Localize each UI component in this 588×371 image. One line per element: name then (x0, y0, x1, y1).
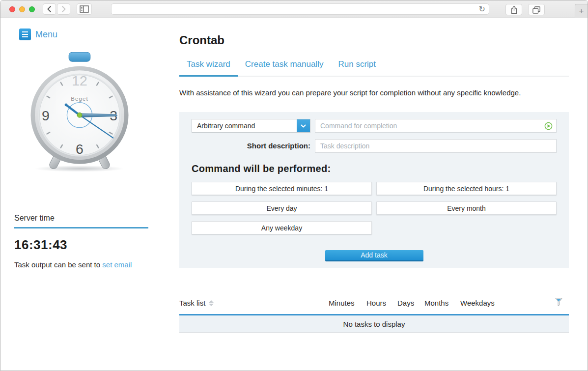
main-content: Crontab Task wizard Create task manually… (179, 18, 588, 371)
hours-schedule-button[interactable]: During the selected hours: 1 (376, 182, 557, 195)
clock-numeral-9: 9 (42, 108, 50, 123)
command-input[interactable] (315, 119, 557, 133)
set-email-link[interactable]: set email (102, 260, 132, 269)
add-task-button[interactable]: Add task (325, 250, 423, 261)
share-icon (510, 5, 518, 14)
column-months: Months (424, 299, 450, 307)
command-type-select[interactable]: Arbitrary command (192, 119, 310, 133)
column-weekdays: Weekdays (460, 299, 494, 307)
chevron-left-icon (46, 5, 53, 13)
command-type-value: Arbitrary command (192, 122, 297, 130)
filter-button[interactable] (555, 297, 563, 309)
address-input[interactable] (115, 5, 479, 13)
clock-brand-label: Beget (71, 96, 88, 102)
back-button[interactable] (43, 3, 56, 15)
browser-toolbar: ↻ + (0, 0, 588, 18)
app-content: Menu (0, 18, 588, 371)
column-minutes: Minutes (329, 299, 357, 307)
short-description-label: Short description: (192, 139, 310, 153)
close-window-button[interactable] (9, 6, 15, 12)
minimize-window-button[interactable] (19, 6, 25, 12)
task-list-table: Task list Minutes Hours Days Months Week… (179, 297, 569, 333)
column-days: Days (397, 299, 415, 307)
tab-create-task-manually[interactable]: Create task manually (238, 59, 331, 77)
new-tab-button[interactable]: + (575, 4, 588, 18)
task-wizard-panel: Arbitrary command (179, 112, 569, 268)
address-bar[interactable]: ↻ (111, 3, 489, 15)
nav-buttons (43, 3, 70, 15)
task-output-text: Task output can be sent to (14, 260, 100, 269)
clock-numeral-12: 12 (72, 73, 87, 88)
menu-button[interactable]: Menu (19, 29, 73, 40)
sidebar-toggle-button[interactable] (77, 3, 92, 15)
page-title: Crontab (179, 33, 569, 47)
clock-numeral-6: 6 (76, 141, 84, 157)
run-command-icon[interactable] (544, 122, 553, 130)
empty-table-text: No tasks to display (343, 320, 405, 328)
toolbar-right-buttons (505, 4, 545, 15)
table-header: Task list Minutes Hours Days Months Week… (179, 297, 569, 315)
task-description-input[interactable] (315, 139, 557, 153)
refresh-icon[interactable]: ↻ (479, 5, 485, 13)
sidebar-icon (80, 5, 89, 13)
share-button[interactable] (505, 4, 522, 15)
tab-run-script[interactable]: Run script (331, 59, 384, 77)
tab-bar: Task wizard Create task manually Run scr… (179, 59, 569, 77)
forward-button[interactable] (57, 3, 70, 15)
schedule-heading: Command will be performed: (192, 163, 557, 174)
table-columns: Minutes Hours Days Months Weekdays (329, 299, 494, 307)
sort-icon (209, 300, 214, 306)
minutes-schedule-button[interactable]: During the selected minutes: 1 (192, 182, 372, 195)
tabs-icon (532, 6, 541, 14)
task-list-title: Task list (179, 299, 205, 307)
column-hours: Hours (366, 299, 388, 307)
hamburger-icon (19, 29, 31, 40)
weekdays-schedule-button[interactable]: Any weekday (192, 221, 372, 234)
zoom-window-button[interactable] (29, 6, 35, 12)
chevron-down-icon (297, 119, 310, 132)
server-time-value: 16:31:43 (14, 237, 148, 253)
server-time-section: Server time 16:31:43 Task output can be … (14, 214, 148, 269)
chevron-right-icon (60, 5, 67, 13)
tabs-overview-button[interactable] (528, 4, 545, 15)
sidebar: Menu (0, 18, 179, 371)
server-time-label: Server time (14, 214, 148, 228)
beget-clock-image: 12 3 6 9 Beget (26, 52, 133, 174)
traffic-lights (9, 6, 35, 12)
schedule-buttons: During the selected minutes: 1 During th… (192, 182, 557, 234)
empty-table-row: No tasks to display (179, 315, 569, 333)
menu-label: Menu (35, 29, 57, 40)
wizard-description: With assistance of this wizard you can p… (179, 88, 569, 97)
days-schedule-button[interactable]: Every day (192, 201, 372, 215)
tab-task-wizard[interactable]: Task wizard (179, 59, 238, 77)
task-list-sort-header[interactable]: Task list (179, 299, 329, 307)
months-schedule-button[interactable]: Every month (376, 201, 557, 215)
filter-icon (555, 297, 563, 307)
browser-window: ↻ + Menu (0, 0, 588, 371)
